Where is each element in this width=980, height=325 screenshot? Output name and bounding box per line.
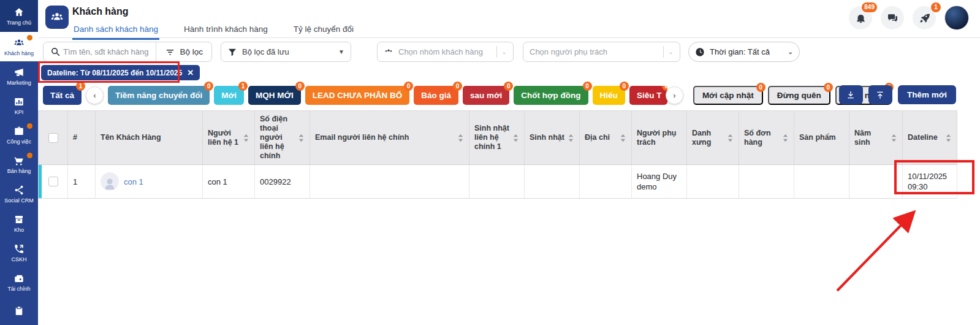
status-tab-1[interactable]: Tiềm năng chuyển đổi0 — [108, 86, 210, 105]
table-cell — [39, 165, 68, 199]
column-header-0 — [39, 110, 68, 165]
phone-icon — [13, 243, 25, 254]
notifications-button[interactable]: 849 — [849, 6, 872, 29]
import-button[interactable] — [868, 85, 892, 104]
cell-value: Hoang Duy demo — [637, 171, 682, 192]
time-filter-select[interactable]: Thời gian: Tất cả ⌄ — [688, 42, 800, 62]
scroll-right-button[interactable]: › — [666, 86, 683, 104]
export-button[interactable] — [839, 85, 863, 104]
status-tab-4[interactable]: LEAD CHƯA PHÂN BỔ0 — [305, 86, 409, 105]
sidebar-item-kho[interactable]: Kho — [0, 208, 38, 238]
cell-value: 1 — [73, 177, 77, 187]
users-group-icon — [384, 47, 393, 57]
quick-filter-0[interactable]: Mới cập nhật0 — [693, 86, 763, 105]
status-tab-8[interactable]: Hiếu0 — [593, 86, 625, 105]
archive-icon — [13, 214, 25, 225]
status-tab-label: LEAD CHƯA PHÂN BỔ — [313, 91, 402, 100]
rocket-button[interactable]: 1 — [913, 6, 936, 29]
status-tab-label: Tiềm năng chuyển đổi — [115, 91, 202, 100]
tab-tab-2[interactable]: Tỷ lệ chuyển đổi — [292, 22, 355, 40]
status-tab-0[interactable]: Tất cả1 — [43, 86, 82, 105]
column-header-11[interactable]: Số đơn hàng — [739, 110, 794, 165]
chevron-down-icon: ⌄ — [664, 48, 674, 55]
status-tab-6[interactable]: sau mới0 — [463, 86, 509, 105]
column-header-label: # — [73, 133, 90, 142]
table-cell — [687, 165, 739, 199]
sidebar-item-label: Khách hàng — [4, 50, 34, 56]
wallet-icon — [13, 273, 25, 284]
column-header-5[interactable]: Email người liên hệ chính — [310, 110, 469, 165]
column-header-4[interactable]: Số điện thoại người liên hệ chính — [255, 110, 310, 165]
table-cell: con 1 — [96, 165, 203, 199]
status-tab-3[interactable]: MQH MỚI0 — [248, 86, 301, 105]
download-icon — [846, 90, 856, 100]
sidebar-item-trang-chủ[interactable]: Trang chủ — [0, 0, 38, 32]
customer-name-link[interactable]: con 1 — [124, 177, 143, 187]
column-header-label: Người phụ trách — [637, 129, 682, 147]
chevron-down-icon: ▼ — [333, 48, 344, 55]
column-header-2: Tên Khách Hàng — [96, 110, 203, 165]
status-tab-2[interactable]: Mới1 — [214, 86, 244, 105]
status-tab-label: Chốt hợp đồng — [521, 91, 580, 100]
count-badge: 0 — [504, 82, 513, 91]
status-tab-7[interactable]: Chốt hợp đồng0 — [514, 86, 588, 105]
column-header-13[interactable]: Năm sinh — [849, 110, 903, 165]
filter-lines-icon — [165, 47, 175, 57]
table-cell — [794, 165, 849, 199]
rocket-icon — [919, 12, 930, 24]
table-cell: con 1 — [203, 165, 255, 199]
sidebar-item-label: Kho — [14, 227, 24, 233]
table-cell: 0029922 — [255, 165, 310, 199]
column-header-10[interactable]: Danh xưng — [687, 110, 739, 165]
sidebar-item-social-crm[interactable]: Social CRM — [0, 179, 38, 208]
column-header-label: Sinh nhật liên hệ chính 1 — [474, 124, 510, 151]
column-header-7[interactable]: Sinh nhật — [525, 110, 580, 165]
sort-icon — [945, 134, 952, 142]
assignee-select[interactable]: Chọn người phụ trách ⌄ — [523, 42, 680, 62]
sidebar-item-công-việc[interactable]: Công việc — [0, 120, 38, 150]
close-icon[interactable]: ✕ — [187, 68, 194, 77]
sort-icon — [782, 134, 789, 142]
customer-group-select[interactable]: Chọn nhóm khách hàng ⌄ — [377, 42, 514, 62]
clipboard-icon — [13, 305, 25, 316]
filter-button-label: Bộ lọc — [180, 47, 203, 56]
sidebar-item-cskh[interactable]: CSKH — [0, 238, 38, 267]
column-header-8[interactable]: Địa chỉ — [580, 110, 632, 165]
upload-icon — [875, 90, 885, 100]
sidebar-item-marketing[interactable]: Marketing — [0, 61, 38, 91]
status-tab-label: MQH MỚI — [256, 91, 294, 100]
quick-filter-label: Mới cập nhật — [702, 91, 754, 100]
status-tab-label: Báo giá — [421, 91, 451, 100]
search-input[interactable] — [61, 47, 156, 56]
user-avatar[interactable] — [944, 6, 969, 30]
quick-filter-1[interactable]: Đừng quên0 — [768, 86, 830, 105]
search-icon — [44, 47, 61, 57]
dateline-filter-chip[interactable]: Dateline: Từ 08/11/2025 đến 10/11/2025 ✕ — [41, 65, 200, 80]
scroll-left-button[interactable]: ‹ — [86, 86, 104, 104]
filter-button[interactable]: Bộ lọc — [156, 42, 211, 61]
time-filter-label: Thời gian: Tất cả — [710, 47, 770, 56]
tab-danh-sach[interactable]: Danh sách khách hàng — [72, 22, 159, 40]
sidebar-item-tài-chính[interactable]: Tài chính — [0, 267, 38, 297]
count-badge: 0 — [204, 82, 213, 91]
sidebar: Trang chủKhách hàngMarketingKPICông việc… — [0, 0, 38, 325]
sidebar-item-label: Bán hàng — [7, 168, 31, 174]
status-tab-9[interactable]: Siêu T0 — [629, 86, 667, 105]
sidebar-item-khách-hàng[interactable]: Khách hàng — [0, 32, 38, 61]
status-tab-5[interactable]: Báo giá0 — [414, 86, 458, 105]
table-cell — [525, 165, 580, 199]
count-badge: 0 — [824, 83, 833, 92]
sidebar-item-bán-hàng[interactable]: Bán hàng — [0, 150, 38, 179]
sidebar-item-extra[interactable] — [0, 297, 38, 325]
sidebar-item-kpi[interactable]: KPI — [0, 91, 38, 120]
saved-filter-select[interactable]: Bộ lọc đã lưu ▼ — [221, 42, 351, 62]
column-header-14[interactable]: Dateline — [903, 110, 957, 165]
row-checkbox[interactable] — [48, 177, 58, 186]
column-header-6[interactable]: Sinh nhật liên hệ chính 1 — [469, 110, 525, 165]
select-all-checkbox[interactable] — [48, 133, 58, 143]
chat-button[interactable] — [881, 6, 904, 29]
add-new-button[interactable]: Thêm mới — [898, 85, 956, 104]
sort-icon — [457, 134, 464, 142]
tab-tab-1[interactable]: Hành trình khách hàng — [183, 22, 269, 40]
column-header-3[interactable]: Người liên hệ 1 — [203, 110, 255, 165]
